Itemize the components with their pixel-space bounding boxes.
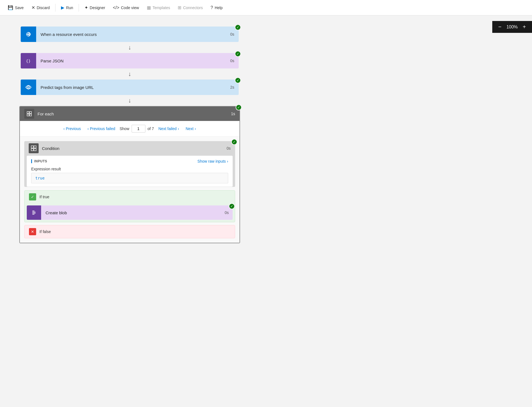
step-event-label: When a resource event occurs: [36, 32, 226, 37]
next-failed-label: Next failed: [158, 126, 177, 131]
svg-rect-10: [30, 114, 31, 116]
connectors-button[interactable]: ⊞ Connectors: [174, 3, 206, 12]
step-event-check: ✓: [235, 24, 241, 30]
zoom-in-button[interactable]: +: [521, 23, 528, 31]
if-false-header: ✕ If false: [25, 225, 235, 238]
step-predict-icon: [21, 80, 36, 95]
condition-check: ✓: [231, 139, 237, 145]
condition-time: 0s: [227, 146, 231, 150]
run-label: Run: [66, 6, 73, 10]
step-json-check: ✓: [235, 51, 241, 57]
svg-rect-19: [32, 214, 34, 215]
zoom-controls: − 100% +: [492, 21, 532, 33]
templates-icon: ▦: [147, 5, 151, 10]
if-true-block: ✓ If true: [24, 190, 235, 222]
chevron-left-failed-icon: ‹: [87, 126, 89, 131]
inputs-panel: INPUTS Show raw inputs › Expression resu…: [26, 155, 233, 187]
connector-arrow-3: ↓: [21, 95, 239, 106]
chevron-right-failed-icon: ›: [178, 126, 179, 131]
condition-icon: [29, 143, 39, 153]
next-failed-button[interactable]: Next failed ›: [156, 125, 181, 132]
flow-container: When a resource event occurs 0s ✓ ↓ {} P…: [17, 27, 243, 243]
designer-button[interactable]: ✦ Designer: [81, 3, 108, 12]
foreach-header[interactable]: For each 1s: [20, 107, 240, 121]
help-label: Help: [215, 6, 223, 10]
foreach-label: For each: [38, 112, 228, 116]
svg-rect-8: [30, 112, 31, 113]
create-blob-block[interactable]: Create blob 0s ✓: [27, 205, 233, 220]
show-raw-inputs-button[interactable]: Show raw inputs ›: [198, 159, 228, 163]
svg-rect-17: [32, 212, 36, 212]
designer-icon: ✦: [84, 5, 88, 10]
create-blob-icon: [27, 205, 41, 220]
if-false-x-icon: ✕: [29, 228, 36, 235]
templates-button[interactable]: ▦ Templates: [143, 3, 174, 12]
create-blob-label: Create blob: [41, 210, 221, 215]
svg-rect-18: [32, 213, 36, 213]
run-button[interactable]: ▶ Run: [58, 3, 76, 12]
show-raw-inputs-label: Show raw inputs: [198, 159, 226, 163]
step-event-time: 0s: [226, 32, 239, 36]
discard-button[interactable]: ✕ Discard: [28, 3, 53, 12]
toolbar: 💾 Save ✕ Discard ▶ Run ✦ Designer </> Co…: [0, 0, 532, 15]
code-view-button[interactable]: </> Code view: [110, 4, 142, 12]
if-true-label: If true: [39, 195, 49, 199]
code-view-icon: </>: [113, 5, 119, 10]
canvas: When a resource event occurs 0s ✓ ↓ {} P…: [0, 15, 532, 407]
help-button[interactable]: ? Help: [207, 4, 226, 12]
step-event-block[interactable]: When a resource event occurs 0s ✓: [21, 27, 239, 42]
svg-rect-11: [31, 146, 33, 148]
svg-rect-12: [34, 146, 36, 148]
show-raw-inputs-chevron-icon: ›: [227, 159, 228, 163]
expression-result-label: Expression result: [27, 166, 233, 173]
inputs-header: INPUTS Show raw inputs ›: [27, 156, 233, 166]
step-event-icon: [21, 27, 36, 42]
connectors-icon: ⊞: [178, 5, 181, 10]
zoom-out-button[interactable]: −: [497, 23, 503, 31]
svg-rect-7: [27, 112, 29, 113]
save-button[interactable]: 💾 Save: [4, 3, 27, 12]
step-json-label: Parse JSON: [36, 59, 226, 63]
help-icon: ?: [211, 5, 213, 10]
condition-label: Condition: [42, 146, 223, 151]
save-icon: 💾: [8, 5, 13, 10]
create-blob-time: 0s: [221, 210, 233, 215]
connectors-label: Connectors: [183, 6, 203, 10]
toolbar-divider-2: [79, 4, 79, 12]
connector-arrow-2: ↓: [21, 68, 239, 80]
step-predict-check: ✓: [235, 77, 241, 83]
code-view-label: Code view: [121, 6, 139, 10]
step-json-icon: {}: [21, 53, 36, 68]
if-false-label: If false: [39, 229, 51, 234]
zoom-level: 100%: [506, 25, 518, 30]
designer-label: Designer: [90, 6, 105, 10]
svg-rect-14: [34, 149, 36, 151]
show-label: Show: [119, 126, 129, 131]
inputs-title: INPUTS: [31, 159, 47, 163]
condition-block[interactable]: Condition 0s ✓ INPUTS Show raw inputs ›: [24, 141, 235, 187]
previous-failed-label: Previous failed: [90, 126, 115, 131]
save-label: Save: [15, 6, 24, 10]
svg-rect-13: [31, 149, 33, 151]
step-predict-block[interactable]: Predict tags from image URL 2s ✓: [21, 80, 239, 95]
svg-point-6: [28, 87, 29, 88]
create-blob-check: ✓: [229, 203, 235, 209]
condition-header: Condition 0s: [24, 141, 235, 155]
of-label: of 7: [148, 126, 154, 131]
next-button[interactable]: Next ›: [183, 125, 198, 132]
templates-label: Templates: [153, 6, 170, 10]
foreach-inner: Condition 0s ✓ INPUTS Show raw inputs ›: [20, 137, 240, 243]
foreach-check: ✓: [236, 104, 242, 110]
discard-label: Discard: [37, 6, 50, 10]
previous-failed-button[interactable]: ‹ Previous failed: [85, 125, 118, 132]
foreach-container: For each 1s ✓ ‹ Previous ‹ Previous fail…: [19, 106, 240, 243]
if-true-check-icon: ✓: [29, 193, 36, 200]
page-input[interactable]: [132, 125, 145, 133]
previous-button[interactable]: ‹ Previous: [61, 125, 83, 132]
foreach-icon: [24, 109, 34, 119]
step-json-block[interactable]: {} Parse JSON 0s ✓: [21, 53, 239, 68]
toolbar-divider-1: [55, 4, 55, 12]
pagination-row: ‹ Previous ‹ Previous failed Show of 7 N…: [20, 121, 240, 137]
step-json-time: 0s: [226, 59, 239, 63]
next-label: Next: [186, 126, 194, 131]
